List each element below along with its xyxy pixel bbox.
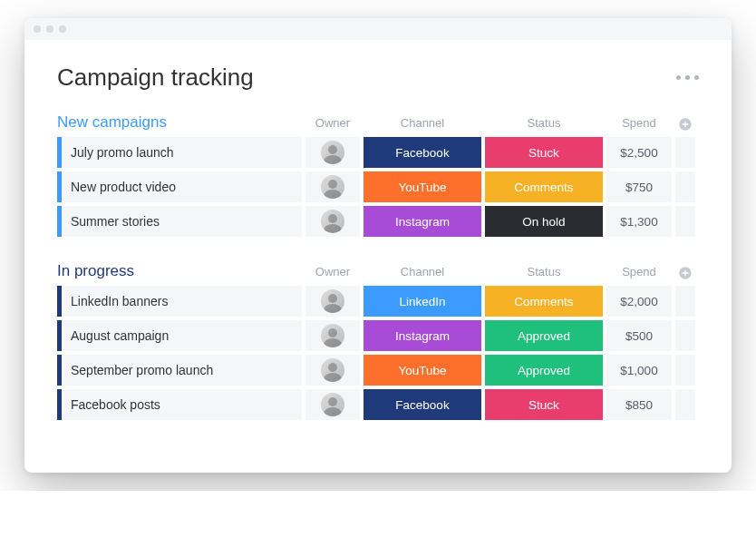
trailing-cell — [675, 206, 695, 237]
more-menu-icon[interactable] — [676, 75, 699, 80]
group-header: In progressOwnerChannelStatusSpend — [57, 262, 699, 280]
spend-cell[interactable]: $2,000 — [606, 286, 672, 317]
add-column-button[interactable] — [675, 117, 695, 132]
owner-cell[interactable] — [305, 320, 360, 351]
avatar — [321, 393, 344, 416]
table-row[interactable]: September promo launchYouTubeApproved$1,… — [57, 355, 699, 386]
channel-cell[interactable]: Facebook — [363, 389, 481, 420]
table-row[interactable]: Facebook postsFacebookStuck$850 — [57, 389, 699, 420]
table-row[interactable]: Summer storiesInstagramOn hold$1,300 — [57, 206, 699, 237]
app-window: Campaign tracking New campaignsOwnerChan… — [24, 18, 732, 473]
spend-cell[interactable]: $850 — [606, 389, 672, 420]
window-titlebar — [24, 18, 732, 40]
channel-cell[interactable]: Instagram — [363, 206, 481, 237]
owner-cell[interactable] — [305, 286, 360, 317]
column-header-spend[interactable]: Spend — [606, 116, 672, 132]
status-cell[interactable]: Comments — [485, 171, 603, 202]
column-header-owner[interactable]: Owner — [305, 265, 360, 280]
channel-cell[interactable]: Instagram — [363, 320, 481, 351]
item-name-cell[interactable]: Facebook posts — [57, 389, 302, 420]
column-header-channel[interactable]: Channel — [363, 265, 481, 280]
column-header-status[interactable]: Status — [485, 116, 603, 132]
channel-cell[interactable]: YouTube — [363, 355, 481, 386]
trailing-cell — [675, 171, 695, 202]
status-cell[interactable]: Comments — [485, 286, 603, 317]
channel-cell[interactable]: LinkedIn — [363, 286, 481, 317]
item-name-cell[interactable]: September promo launch — [57, 355, 302, 386]
channel-cell[interactable]: YouTube — [363, 171, 481, 202]
status-cell[interactable]: Stuck — [485, 389, 603, 420]
plus-icon — [678, 266, 693, 280]
owner-cell[interactable] — [305, 137, 360, 168]
avatar — [321, 210, 344, 233]
table-row[interactable]: New product videoYouTubeComments$750 — [57, 171, 699, 202]
table-row[interactable]: LinkedIn bannersLinkedInComments$2,000 — [57, 286, 699, 317]
status-cell[interactable]: Approved — [485, 320, 603, 351]
owner-cell[interactable] — [305, 355, 360, 386]
spend-cell[interactable]: $1,000 — [606, 355, 672, 386]
item-name-cell[interactable]: July promo launch — [57, 137, 302, 168]
spend-cell[interactable]: $500 — [606, 320, 672, 351]
item-name-cell[interactable]: LinkedIn banners — [57, 286, 302, 317]
column-header-channel[interactable]: Channel — [363, 116, 481, 132]
avatar — [321, 175, 344, 199]
header-row: Campaign tracking — [57, 64, 699, 92]
item-name-cell[interactable]: Summer stories — [57, 206, 302, 237]
page-title: Campaign tracking — [57, 64, 254, 92]
avatar — [321, 358, 344, 382]
avatar — [321, 324, 344, 347]
trailing-cell — [675, 320, 695, 351]
table-row[interactable]: July promo launchFacebookStuck$2,500 — [57, 137, 699, 168]
status-cell[interactable]: Approved — [485, 355, 603, 386]
status-cell[interactable]: Stuck — [485, 137, 603, 168]
traffic-light-dot — [59, 25, 66, 33]
column-header-status[interactable]: Status — [485, 265, 603, 280]
item-name-cell[interactable]: New product video — [57, 171, 302, 202]
owner-cell[interactable] — [305, 389, 360, 420]
spend-cell[interactable]: $2,500 — [606, 137, 672, 168]
item-name-cell[interactable]: August campaign — [57, 320, 302, 351]
status-cell[interactable]: On hold — [485, 206, 603, 237]
column-header-owner[interactable]: Owner — [305, 116, 360, 132]
group-new: New campaignsOwnerChannelStatusSpendJuly… — [57, 113, 699, 237]
spend-cell[interactable]: $750 — [606, 171, 672, 202]
avatar — [321, 141, 344, 164]
group-title[interactable]: In progress — [57, 262, 302, 280]
traffic-light-dot — [46, 25, 53, 33]
spend-cell[interactable]: $1,300 — [606, 206, 672, 237]
traffic-light-dot — [34, 25, 41, 33]
group-title[interactable]: New campaigns — [57, 113, 302, 132]
column-header-spend[interactable]: Spend — [606, 265, 672, 280]
trailing-cell — [675, 286, 695, 317]
group-progress: In progressOwnerChannelStatusSpendLinked… — [57, 262, 699, 420]
trailing-cell — [675, 355, 695, 386]
group-header: New campaignsOwnerChannelStatusSpend — [57, 113, 699, 132]
avatar — [321, 289, 344, 313]
owner-cell[interactable] — [305, 206, 360, 237]
content-area: Campaign tracking New campaignsOwnerChan… — [24, 40, 732, 473]
table-row[interactable]: August campaignInstagramApproved$500 — [57, 320, 699, 351]
channel-cell[interactable]: Facebook — [363, 137, 481, 168]
plus-icon — [678, 117, 693, 132]
trailing-cell — [675, 389, 695, 420]
trailing-cell — [675, 137, 695, 168]
add-column-button[interactable] — [675, 266, 695, 280]
owner-cell[interactable] — [305, 171, 360, 202]
